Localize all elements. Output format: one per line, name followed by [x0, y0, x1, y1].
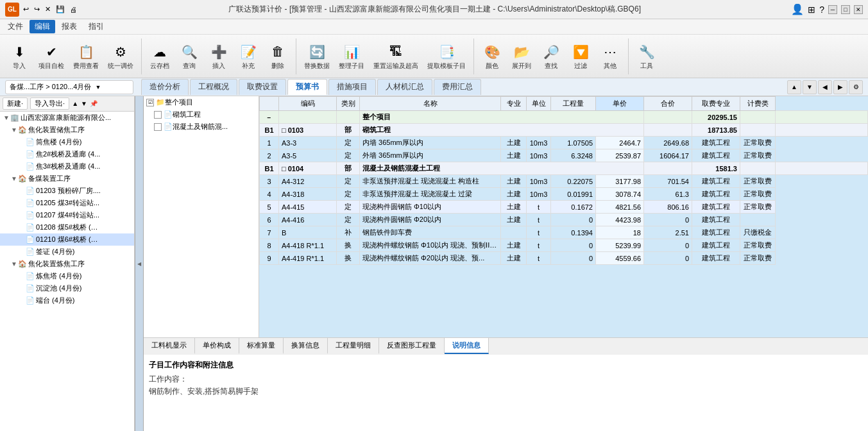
concrete-checkbox[interactable]	[154, 123, 162, 131]
row-quantity[interactable]: 1.07505	[551, 137, 596, 149]
tree-node2-4[interactable]: 📄 01208 煤5#栈桥 (…	[0, 221, 134, 233]
tab-exchange-info[interactable]: 换算信息	[284, 338, 328, 354]
close-btn[interactable]: ✕	[854, 5, 863, 14]
row-name[interactable]: 非泵送预拌混凝土 现浇混凝土 构造柱	[360, 175, 501, 188]
tab-unit-composition[interactable]: 单价构成	[195, 338, 239, 354]
tab-review-graphic[interactable]: 反查图形工程量	[379, 338, 445, 354]
row-unit-price[interactable]: 5239.99	[596, 239, 644, 252]
filter-btn[interactable]: 🔽 过滤	[566, 40, 595, 73]
table-row[interactable]: 7B补钢筋铁件卸车费t0.1394182.51建筑工程只缴税金	[260, 226, 868, 239]
tab-work-material[interactable]: 工料机显示	[144, 338, 195, 354]
row-fee-type[interactable]: 正常取费	[740, 239, 776, 252]
all-checkbox[interactable]: ☑	[146, 99, 154, 106]
tab-standard-calc[interactable]: 标准算量	[239, 338, 284, 354]
row-code[interactable]: A4-318	[279, 188, 337, 201]
row-specialty[interactable]: 土建	[501, 214, 527, 226]
row-specialty[interactable]: 土建	[501, 137, 527, 149]
row-fee-specialty[interactable]: 建筑工程	[692, 188, 740, 201]
table-row[interactable]: 3A4-312定非泵送预拌混凝土 现浇混凝土 构造柱土建10m30.220753…	[260, 175, 868, 188]
new-btn[interactable]: 新建·	[3, 97, 28, 110]
row-num[interactable]: 4	[260, 188, 279, 201]
table-row[interactable]: −整个项目20295.15	[260, 111, 868, 124]
tree-node2-1[interactable]: 📄 01203 预粉碎厂房....	[0, 185, 134, 197]
row-total-price[interactable]: 0	[644, 214, 692, 226]
tab-cost-analysis[interactable]: 造价分析	[141, 79, 189, 95]
table-row[interactable]: 9A4-419 R*1.1换现浇构件螺纹钢筋 Φ20以内 现浇、预...土建t0…	[260, 252, 868, 265]
delete-btn[interactable]: 🗑 删除	[264, 40, 292, 73]
minimize-btn[interactable]: ─	[828, 5, 837, 14]
row-fee-specialty[interactable]: 建筑工程	[692, 175, 740, 188]
row-num[interactable]: 7	[260, 226, 279, 239]
row-unit-price[interactable]: 4423.98	[596, 214, 644, 226]
right-tree-masonry[interactable]: 📄 砌筑工程	[144, 108, 259, 121]
other-btn[interactable]: ⋯ 其他	[596, 40, 624, 73]
row-fee-type[interactable]: 正常取费	[740, 201, 776, 214]
breadcrumb[interactable]: 备煤...工序 > 0120...4月份 ▼	[5, 80, 133, 94]
row-unit[interactable]: t	[527, 201, 551, 214]
import-btn[interactable]: ⬇ 导入	[5, 40, 33, 73]
tools-btn[interactable]: 🔧 工具	[633, 40, 661, 73]
row-num[interactable]: 8	[260, 239, 279, 252]
row-total-price[interactable]: 2649.68	[644, 137, 692, 149]
move-up-btn[interactable]: ▲	[72, 100, 78, 107]
row-code[interactable]: A4-312	[279, 175, 337, 188]
row-fee-type[interactable]: 正常取费	[740, 149, 776, 162]
tree-root[interactable]: ▼ 🏢 山西宏源富康新能源有限公...	[0, 112, 134, 124]
row-unit[interactable]: t	[527, 214, 551, 226]
print-btn[interactable]: 🖨	[69, 4, 78, 15]
breadcrumb-dropdown-icon[interactable]: ▼	[95, 84, 101, 90]
tree-node2-5[interactable]: 📄 01210 煤6#栈桥 (…	[0, 233, 134, 246]
tree-node2-3[interactable]: 📄 01207 煤4#转运站...	[0, 209, 134, 221]
move-down-btn[interactable]: ▼	[81, 100, 87, 107]
row-num[interactable]: 3	[260, 175, 279, 188]
row-total-price[interactable]: 61.3	[644, 188, 692, 201]
extract-template-btn[interactable]: 📑 提取模板子目	[423, 40, 470, 73]
row-unit[interactable]: t	[527, 226, 551, 239]
row-quantity[interactable]: 0.1672	[551, 201, 596, 214]
reload-transport-btn[interactable]: 🏗 重置运输及超高	[370, 40, 422, 73]
user-icon[interactable]: 👤	[791, 3, 804, 15]
row-type[interactable]: 定	[337, 214, 360, 226]
row-fee-specialty[interactable]: 建筑工程	[692, 149, 740, 162]
row-specialty[interactable]: 土建	[501, 188, 527, 201]
row-type[interactable]: 定	[337, 201, 360, 214]
menu-report[interactable]: 报表	[56, 20, 82, 33]
row-unit[interactable]: t	[527, 239, 551, 252]
row-num[interactable]: 9	[260, 252, 279, 265]
nav-right-arrow[interactable]: ▶	[833, 80, 847, 94]
table-row[interactable]: 2A3-5定外墙 365mm厚以内土建10m36.32482539.871606…	[260, 149, 868, 162]
nav-left-arrow[interactable]: ◀	[818, 80, 832, 94]
node1-toggle[interactable]: ▼	[10, 126, 18, 134]
pin-btn[interactable]: 📌	[90, 100, 98, 107]
row-fee-specialty[interactable]: 建筑工程	[692, 252, 740, 265]
table-row[interactable]: 1A3-3定内墙 365mm厚以内土建10m31.075052464.72649…	[260, 137, 868, 149]
row-code[interactable]: A4-416	[279, 214, 337, 226]
menu-file[interactable]: 文件	[3, 20, 28, 33]
row-unit-price[interactable]: 2539.87	[596, 149, 644, 162]
row-code[interactable]: A4-418 R*1.1	[279, 239, 337, 252]
right-tree-all[interactable]: ☑ 📁 整个项目	[144, 96, 259, 108]
root-toggle[interactable]: ▼	[3, 114, 10, 122]
row-num[interactable]: 6	[260, 214, 279, 226]
insert-btn[interactable]: ➕ 插入	[205, 40, 233, 73]
row-specialty[interactable]: 土建	[501, 175, 527, 188]
row-quantity[interactable]: 0	[551, 252, 596, 265]
row-name[interactable]: 现浇构件螺纹钢筋 Φ10以内 现浇、预制III级钢筋 人工*1.1	[360, 239, 501, 252]
row-type[interactable]: 定	[337, 175, 360, 188]
cloud-save-btn[interactable]: ☁ 云存档	[146, 40, 174, 73]
masonry-checkbox[interactable]	[154, 111, 162, 119]
row-fee-type[interactable]: 正常取费	[740, 252, 776, 265]
tree-node1-3[interactable]: 📄 焦3#栈桥及通廊 (4...	[0, 160, 134, 173]
row-unit-price[interactable]: 4559.66	[596, 252, 644, 265]
tab-description[interactable]: 说明信息	[445, 338, 489, 354]
row-total-price[interactable]: 2.51	[644, 226, 692, 239]
row-num[interactable]: 2	[260, 149, 279, 162]
redo-btn[interactable]: ↪	[33, 4, 41, 15]
undo-btn[interactable]: ↩	[22, 4, 30, 15]
row-fee-specialty[interactable]: 建筑工程	[692, 137, 740, 149]
row-specialty[interactable]: 土建	[501, 201, 527, 214]
tree-node2-6[interactable]: 📄 签证 (4月份)	[0, 246, 134, 258]
row-name[interactable]: 钢筋铁件卸车费	[360, 226, 501, 239]
row-total-price[interactable]: 806.16	[644, 201, 692, 214]
row-specialty[interactable]: 土建	[501, 149, 527, 162]
